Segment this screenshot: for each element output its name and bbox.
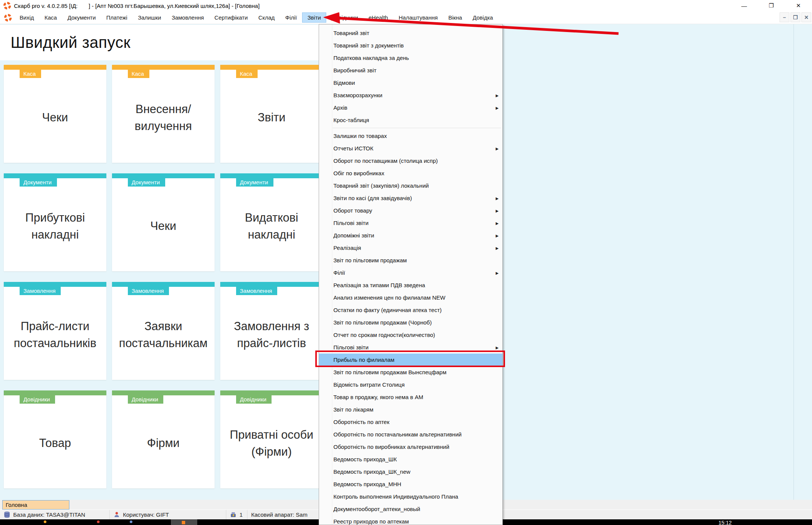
menubar-item-14[interactable]: Вікна	[443, 12, 468, 23]
menu-item-23[interactable]: Остатки по факту (единичная атека тест)	[319, 304, 502, 316]
tile-category-badge: Документи	[128, 178, 165, 187]
menubar-item-12[interactable]: eHealth	[363, 12, 393, 23]
menubar-item-1[interactable]: Вихід	[14, 12, 39, 23]
quick-launch-tile[interactable]: КасаВнесення/вилучення	[112, 65, 215, 163]
menubar-item-9[interactable]: Філії	[280, 12, 302, 23]
menu-item-7[interactable]: Архів▶	[319, 101, 502, 114]
menu-item-label: Взаєморозрахунки	[333, 92, 382, 98]
tile-category-badge: Довідники	[128, 395, 163, 404]
menu-item-12[interactable]: Обіг по виробниках	[319, 167, 502, 179]
submenu-arrow-icon: ▶	[496, 146, 499, 150]
menubar-item-4[interactable]: Платежі	[101, 12, 133, 23]
menu-item-37[interactable]: Ведомость прихода_МНН	[319, 478, 502, 490]
tile-category-badge: Замовлення	[128, 287, 169, 295]
menu-item-label: Документооборот_аптеки_новый	[333, 506, 420, 512]
menu-item-label: Реестр приходов по аптекам	[333, 518, 409, 525]
menu-item-40[interactable]: Реестр приходов по аптекам	[319, 515, 502, 525]
menu-item-38[interactable]: Контроль выполнения Индивидуального План…	[319, 490, 502, 503]
menu-item-label: Товарний звіт	[333, 30, 369, 36]
tile-category-bar	[220, 65, 323, 70]
menubar-item-7[interactable]: Сертифікати	[209, 12, 253, 23]
menu-item-19[interactable]: Звіт по пільговим продажам	[319, 254, 502, 266]
quick-launch-tile[interactable]: ДовідникиФірми	[112, 390, 215, 488]
menu-item-25[interactable]: Отчет по срокам годности(количество)	[319, 329, 502, 341]
menubar-item-10[interactable]: Звіти	[302, 12, 326, 23]
menubar-item-8[interactable]: Склад	[253, 12, 280, 23]
menu-item-21[interactable]: Реалізація за типами ПДВ зведена	[319, 279, 502, 291]
menu-item-1[interactable]: Товарний звіт	[319, 27, 502, 39]
taskbar-app-icon[interactable]	[130, 520, 132, 523]
menu-item-22[interactable]: Анализ изменения цен по филиалам NEW	[319, 291, 502, 304]
quick-launch-tile[interactable]: ДовідникиПриватні особи (Фірми)	[220, 390, 323, 488]
quick-launch-tile[interactable]: ЗамовленняПрайс-листи постачальників	[4, 282, 106, 380]
window-minimize-button[interactable]: —	[731, 0, 758, 11]
menu-item-2[interactable]: Товарний звіт з документів	[319, 39, 502, 52]
menubar-item-3[interactable]: Документи	[62, 12, 101, 23]
menu-item-9[interactable]: Залишки по товарах	[319, 130, 502, 142]
tile-label: Видаткові накладні	[220, 187, 323, 271]
quick-launch-tile[interactable]: ДовідникиТовар	[4, 390, 106, 488]
quick-launch-tile[interactable]: ДокументиВидаткові накладні	[220, 173, 323, 271]
menu-item-10[interactable]: Отчеты ИСТОК▶	[319, 142, 502, 155]
menu-separator	[319, 126, 502, 130]
tile-label: Внесення/вилучення	[112, 78, 215, 163]
quick-launch-tile[interactable]: ДокументиПрибуткові накладні	[4, 173, 106, 271]
tab-home[interactable]: Головна	[2, 500, 69, 510]
menu-item-24[interactable]: Звіт по пільговим продажам (Чорноб)	[319, 316, 502, 329]
submenu-arrow-icon: ▶	[496, 345, 499, 349]
menubar-item-15[interactable]: Довідка	[467, 12, 498, 23]
window-title: Скарб pro v. 4.0.2.85 [ІД: ] - [Апт №003…	[14, 3, 259, 9]
quick-launch-tile[interactable]: ЗамовленняЗамовлення з прайс-листів	[220, 282, 323, 380]
menu-item-18[interactable]: Реалізація▶	[319, 242, 502, 254]
menu-item-label: Залишки по товарах	[333, 133, 387, 139]
menu-item-20[interactable]: Філії▶	[319, 266, 502, 279]
menu-item-17[interactable]: Допоміжні звіти▶	[319, 229, 502, 242]
menubar-item-6[interactable]: Замовлення	[166, 12, 209, 23]
taskbar-app-icon[interactable]	[97, 520, 100, 523]
menu-item-11[interactable]: Оборот по поставщикам (столица испр)	[319, 155, 502, 167]
window-maximize-button[interactable]: ❐	[758, 0, 785, 11]
quick-launch-tile[interactable]: ДокументиЧеки	[112, 173, 215, 271]
status-segment-label: База даних: TASA3@TITAN	[13, 511, 85, 518]
menu-item-28[interactable]: Звіт по пільговим продажам Вынспецфарм	[319, 366, 502, 378]
title-bar: Скарб pro v. 4.0.2.85 [ІД: ] - [Апт №003…	[0, 0, 812, 11]
menu-item-30[interactable]: Товар в продажу, якого нема в АМ	[319, 391, 502, 403]
menu-item-14[interactable]: Звіти по касі (для завідувачів)▶	[319, 192, 502, 204]
menu-item-6[interactable]: Взаєморозрахунки▶	[319, 89, 502, 101]
menu-item-5[interactable]: Відмови	[319, 77, 502, 89]
menubar-item-2[interactable]: Каса	[39, 12, 62, 23]
tile-label: Прайс-листи постачальників	[4, 295, 106, 380]
taskbar-active-app-button[interactable]	[171, 519, 197, 525]
mdi-restore-button[interactable]: ❐	[791, 12, 800, 22]
menu-item-4[interactable]: Виробничий звіт	[319, 64, 502, 77]
menu-item-31[interactable]: Звіт по лікарям	[319, 403, 502, 416]
menu-item-16[interactable]: Пільгові звіти▶	[319, 217, 502, 229]
quick-launch-tile[interactable]: КасаЗвіти	[220, 65, 323, 163]
menubar-item-11[interactable]: Довідники	[326, 12, 363, 23]
menu-item-32[interactable]: Оборотність по аптек	[319, 416, 502, 428]
mdi-close-button[interactable]: ✕	[801, 12, 811, 22]
tile-category-badge: Довідники	[236, 395, 272, 404]
menubar-item-5[interactable]: Залишки	[133, 12, 167, 23]
tile-label: Прибуткові накладні	[4, 187, 106, 271]
menu-item-35[interactable]: Ведомость прихода_ШК	[319, 453, 502, 465]
menu-item-33[interactable]: Оборотність по постачальникам альтернати…	[319, 428, 502, 441]
menu-item-29[interactable]: Відомість витрати Столиця	[319, 378, 502, 391]
window-close-button[interactable]: ✕	[785, 0, 812, 11]
menu-item-label: Звіт по пільговим продажам Вынспецфарм	[333, 369, 447, 375]
menubar-item-13[interactable]: Налаштування	[393, 12, 443, 23]
menu-item-36[interactable]: Ведомость прихода_ШК_new	[319, 465, 502, 478]
menu-item-39[interactable]: Документооборот_аптеки_новый	[319, 503, 502, 515]
quick-launch-tile[interactable]: ЗамовленняЗаявки постачальникам	[112, 282, 215, 380]
mdi-minimize-button[interactable]: –	[780, 12, 789, 22]
menu-item-15[interactable]: Оборот товару▶	[319, 204, 502, 217]
menu-item-label: Пільгові звіти	[333, 344, 368, 351]
submenu-arrow-icon: ▶	[496, 106, 499, 110]
menu-item-13[interactable]: Товарний звіт (закупівля) локальний	[319, 179, 502, 192]
tile-category-bar	[112, 390, 215, 395]
menu-item-34[interactable]: Оборотність по виробниках альтернативний	[319, 441, 502, 453]
menu-item-3[interactable]: Податкова накладна за день	[319, 52, 502, 64]
quick-launch-tile[interactable]: КасаЧеки	[4, 65, 106, 163]
taskbar-app-icon[interactable]	[44, 520, 46, 523]
menu-item-8[interactable]: Крос-таблиця	[319, 114, 502, 126]
